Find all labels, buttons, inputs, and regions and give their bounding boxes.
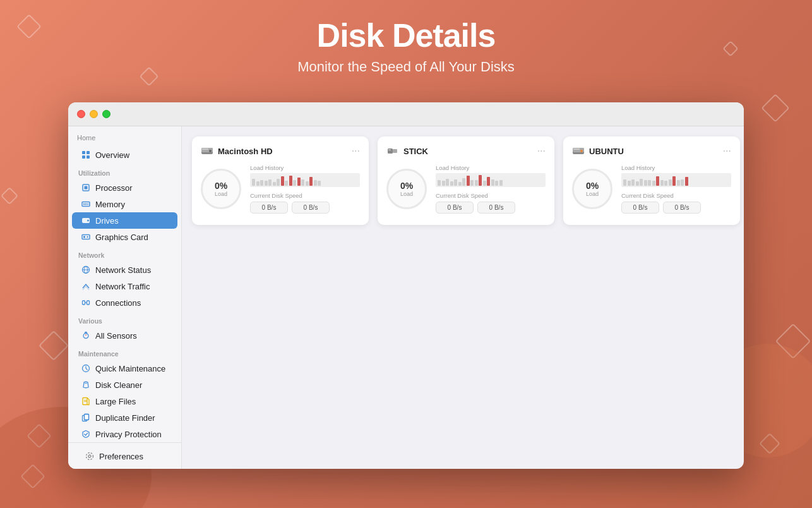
disk-menu-3[interactable]: ··· [723,145,731,157]
svg-point-36 [88,455,91,457]
svg-rect-34 [85,414,89,420]
disk-card-ubuntu: UBUNTU ··· 0% Load Load History [563,136,740,225]
sidebar-item-disk-cleaner[interactable]: Disk Cleaner [72,377,177,393]
traffic-lights [77,110,110,118]
read-speed-1[interactable]: 0 B/s [250,202,288,214]
graphics-icon [81,232,91,242]
sidebar-item-processor[interactable]: Processor [72,179,177,196]
large-files-label: Large Files [95,397,136,406]
disk-name-3: UBUNTU [589,147,624,156]
disk-title-row-1: Macintosh HD [201,146,273,156]
disk-card-stick: STICK ··· 0% Load Load History [378,136,554,225]
sidebar-item-preferences[interactable]: Preferences [76,448,174,464]
disk-card-header-2: STICK ··· [386,145,546,157]
disk-title-row-3: UBUNTU [572,146,624,156]
sidebar-item-overview[interactable]: Overview [72,147,177,163]
disk-icon-1 [201,146,213,156]
sidebar-item-graphics-card[interactable]: Graphics Card [72,229,177,245]
svg-point-40 [209,150,212,152]
gauge-label-2: Load [400,191,413,197]
svg-rect-44 [388,150,391,151]
disk-name-1: Macintosh HD [218,147,273,156]
disk-card-header-3: UBUNTU ··· [572,145,731,157]
privacy-protection-label: Privacy Protection [95,430,162,439]
svg-rect-5 [85,186,88,190]
load-history-label-1: Load History [250,164,360,171]
network-traffic-icon [81,281,91,291]
quick-maintenance-label: Quick Maintenance [95,364,165,373]
svg-rect-42 [388,148,393,154]
svg-rect-43 [393,149,397,153]
current-speed-label-1: Current Disk Speed [250,192,360,199]
svg-rect-13 [82,235,90,239]
sidebar-item-duplicate-finder[interactable]: Duplicate Finder [72,409,177,426]
disk-name-2: STICK [403,147,428,156]
maximize-button[interactable] [102,110,110,118]
quick-maintenance-icon [81,363,91,373]
svg-point-37 [87,453,93,460]
disk-menu-1[interactable]: ··· [352,145,360,157]
svg-rect-19 [83,301,85,305]
sidebar-item-network-status[interactable]: Network Status [72,262,177,278]
gauge-3: 0% Load [572,169,612,209]
gauge-label-3: Load [586,191,599,197]
speed-buttons-1: 0 B/s 0 B/s [250,202,360,214]
load-history-label-2: Load History [436,164,546,171]
window-content: Home Overview Utilization [68,126,744,469]
disk-stats-1: Load History [250,164,360,214]
sensors-icon [81,330,91,341]
sidebar-item-privacy-protection[interactable]: Privacy Protection [72,426,177,442]
read-speed-2[interactable]: 0 B/s [436,202,474,214]
gauge-percent-3: 0% [586,181,599,191]
write-speed-3[interactable]: 0 B/s [663,202,701,214]
drives-icon [81,215,91,226]
sidebar-item-large-files[interactable]: Large Files [72,393,177,409]
sidebar-item-quick-maintenance[interactable]: Quick Maintenance [72,360,177,377]
drives-label: Drives [95,216,119,226]
processor-label: Processor [95,183,133,193]
privacy-protection-icon [81,429,91,439]
disk-cleaner-icon [81,380,91,390]
svg-point-47 [580,150,583,152]
svg-rect-0 [82,151,85,154]
preferences-label: Preferences [99,452,143,461]
connections-label: Connections [95,298,141,308]
close-button[interactable] [77,110,85,118]
grid-icon [81,150,91,160]
maintenance-section-label: Maintenance [68,344,181,360]
memory-icon [81,199,91,209]
sidebar-item-connections[interactable]: Connections [72,294,177,311]
write-speed-1[interactable]: 0 B/s [292,202,330,214]
disk-menu-2[interactable]: ··· [537,145,546,157]
sidebar-item-memory[interactable]: Memory [72,196,177,212]
speed-buttons-3: 0 B/s 0 B/s [621,202,731,214]
svg-rect-2 [82,155,85,159]
disk-body-3: 0% Load Load History [572,164,731,214]
network-traffic-label: Network Traffic [95,282,150,291]
current-speed-label-3: Current Disk Speed [621,192,731,199]
read-speed-3[interactable]: 0 B/s [621,202,659,214]
sidebar-item-drives[interactable]: Drives [72,212,177,229]
history-chart-1 [250,173,360,187]
svg-rect-7 [83,203,85,205]
duplicate-finder-icon [81,413,91,423]
write-speed-2[interactable]: 0 B/s [477,202,515,214]
header: Disk Details Monitor the Speed of All Yo… [0,0,812,88]
sidebar-item-network-traffic[interactable]: Network Traffic [72,278,177,294]
macos-window: Home Overview Utilization [68,102,744,469]
graphics-card-label: Graphics Card [95,233,148,242]
disk-icon-3 [572,146,585,156]
network-status-label: Network Status [95,265,151,275]
processor-icon [81,183,91,193]
svg-rect-9 [87,203,88,205]
minimize-button[interactable] [90,110,98,118]
sidebar-item-all-sensors[interactable]: All Sensors [72,327,177,344]
svg-rect-1 [87,151,90,154]
svg-rect-8 [85,203,87,205]
history-chart-3 [621,173,731,187]
memory-label: Memory [95,200,125,209]
connections-icon [81,298,91,308]
network-status-icon [81,265,91,275]
sidebar-bottom: Preferences [68,442,181,469]
speed-buttons-2: 0 B/s 0 B/s [436,202,546,214]
